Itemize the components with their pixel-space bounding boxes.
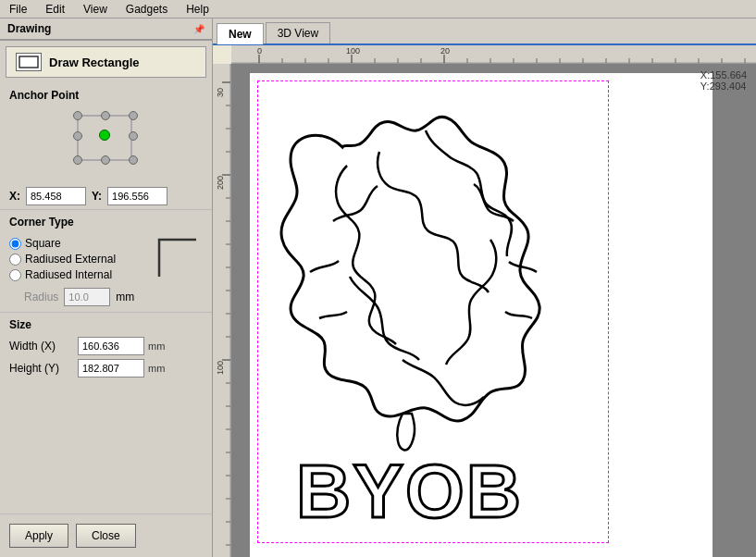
radio-square-label: Square	[25, 237, 61, 250]
anchor-dot-bl[interactable]	[73, 155, 82, 165]
anchor-dot-tr[interactable]	[129, 111, 138, 120]
anchor-dot-br[interactable]	[129, 155, 138, 165]
menu-file[interactable]: File	[4, 1, 32, 18]
width-input[interactable]	[78, 337, 144, 355]
height-input[interactable]	[78, 359, 144, 378]
corner-visual	[152, 234, 203, 284]
svg-text:0: 0	[257, 46, 262, 56]
tab-new[interactable]: New	[217, 23, 264, 44]
svg-text:30: 30	[216, 88, 225, 97]
svg-text:100: 100	[216, 361, 225, 375]
x-coord: X:155.664	[700, 69, 747, 80]
anchor-dot-bc[interactable]	[101, 155, 110, 165]
anchor-dot-tl[interactable]	[73, 111, 82, 120]
radio-radiused-ext-row: Radiused External	[9, 253, 152, 266]
left-panel: Drawing 📌 Draw Rectangle Anchor Point	[0, 19, 213, 557]
width-row: Width (X) mm	[9, 337, 203, 355]
radio-radiused-ext-label: Radiused External	[25, 253, 116, 266]
y-coord: Y:293.404	[700, 80, 747, 92]
pin-icon[interactable]: 📌	[193, 24, 204, 34]
coords-display: X:155.664 Y:293.404	[700, 69, 747, 92]
width-unit: mm	[148, 340, 165, 352]
tool-icon	[16, 53, 42, 71]
svg-rect-0	[19, 56, 38, 68]
button-row: Apply Close	[0, 514, 212, 557]
apply-button[interactable]: Apply	[9, 524, 68, 548]
size-label: Size	[9, 318, 203, 331]
ruler-top: 0 100 20	[231, 45, 756, 64]
menu-bar: File Edit View Gadgets Help	[0, 0, 756, 19]
height-unit: mm	[148, 363, 165, 374]
tool-header: Draw Rectangle	[6, 46, 206, 78]
menu-view[interactable]: View	[78, 1, 113, 18]
radio-radiused-int-label: Radiused Internal	[25, 268, 112, 281]
corner-radios: Square Radiused External Radiused Intern…	[9, 234, 152, 284]
svg-text:200: 200	[216, 176, 225, 190]
radius-label: Radius	[24, 291, 58, 303]
y-label: Y:	[92, 190, 102, 203]
panel-title: Drawing	[7, 22, 51, 35]
corner-type-section: Corner Type Square Radiused External Rad…	[0, 209, 212, 312]
canvas-viewport[interactable]: BYOB X:155.664 Y:293.404	[231, 64, 756, 557]
radio-radiused-ext[interactable]	[9, 254, 21, 266]
panel-titlebar: Drawing 📌	[0, 19, 212, 41]
width-label: Width (X)	[9, 340, 74, 353]
tab-3d-view[interactable]: 3D View	[266, 22, 330, 43]
tab-bar: New 3D View	[213, 19, 756, 45]
anchor-dot-mr[interactable]	[129, 131, 138, 141]
height-label: Height (Y)	[9, 362, 74, 375]
canvas-area: New 3D View 0 100 20	[213, 19, 756, 557]
close-button[interactable]: Close	[76, 524, 136, 548]
y-input[interactable]	[107, 187, 167, 205]
anchor-dot-center[interactable]	[99, 130, 110, 141]
radius-row: Radius mm	[9, 284, 203, 306]
menu-help[interactable]: Help	[180, 1, 215, 18]
anchor-label: Anchor Point	[9, 89, 203, 102]
svg-text:BYOB: BYOB	[296, 449, 523, 533]
radio-radiused-int[interactable]	[9, 269, 21, 281]
size-section: Size Width (X) mm Height (Y) mm	[0, 312, 212, 387]
drawing-wrapper: 0 100 20	[213, 45, 756, 557]
radio-radiused-int-row: Radiused Internal	[9, 268, 152, 281]
radio-square-row: Square	[9, 237, 152, 250]
svg-text:20: 20	[440, 46, 450, 56]
anchor-section: Anchor Point	[0, 83, 212, 183]
corner-type-label: Corner Type	[9, 216, 203, 229]
anchor-grid	[69, 107, 143, 170]
anchor-dot-tc[interactable]	[101, 111, 110, 120]
brain-byob-svg: BYOB	[268, 92, 592, 536]
svg-text:100: 100	[346, 46, 360, 56]
radius-input[interactable]	[64, 288, 110, 306]
menu-edit[interactable]: Edit	[40, 1, 70, 18]
radius-unit: mm	[116, 291, 134, 303]
anchor-dot-ml[interactable]	[73, 131, 82, 141]
xy-row: X: Y:	[0, 183, 212, 209]
menu-gadgets[interactable]: Gadgets	[120, 1, 173, 18]
tool-name: Draw Rectangle	[49, 56, 140, 69]
radio-square[interactable]	[9, 238, 21, 250]
x-label: X:	[9, 190, 20, 203]
drawing-canvas: BYOB	[250, 73, 713, 557]
ruler-left: 30 200 100	[213, 64, 231, 557]
height-row: Height (Y) mm	[9, 359, 203, 378]
x-input[interactable]	[26, 187, 86, 205]
